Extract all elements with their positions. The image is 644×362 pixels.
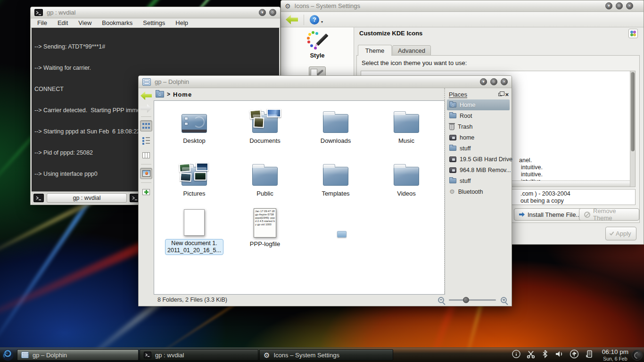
home-icon[interactable]: ⌂: [156, 91, 164, 98]
places-label: Bluetooth: [458, 189, 483, 195]
install-theme-label: Install Theme File...: [528, 211, 581, 218]
tab-advanced[interactable]: Advanced: [392, 45, 431, 56]
dolphin-icon: [21, 352, 29, 358]
dolphin-file-view[interactable]: Desktop Documents Downloads Music: [154, 100, 445, 295]
menu-help[interactable]: Help: [175, 19, 188, 26]
back-icon[interactable]: [286, 15, 298, 25]
folder-label: Videos: [371, 190, 442, 197]
split-view-button[interactable]: [140, 186, 152, 197]
chevron-down-icon[interactable]: ▾: [321, 20, 323, 24]
terminal-icon: [144, 352, 151, 358]
menu-view[interactable]: View: [78, 19, 91, 26]
clock-date: Sun, 6 Feb: [602, 355, 628, 362]
battery-icon[interactable]: [585, 349, 594, 361]
places-item-trash[interactable]: Trash: [447, 121, 510, 132]
task-system-settings[interactable]: ⚙ Icons – System Settings: [259, 349, 393, 361]
places-label: 19.5 GiB Hard Drive: [460, 156, 512, 163]
trash-icon: [449, 124, 454, 130]
folder-item-downloads[interactable]: Downloads: [300, 106, 371, 144]
scrollbar-thumb[interactable]: [631, 72, 635, 151]
zoom-slider-handle[interactable]: [463, 297, 469, 303]
menu-file[interactable]: File: [37, 19, 47, 26]
breadcrumb-home[interactable]: Home: [173, 91, 192, 98]
zoom-slider[interactable]: [449, 299, 496, 301]
remove-theme-button[interactable]: Remove Theme: [579, 208, 639, 221]
terminal-line: --> Waiting for carrier.: [34, 65, 276, 72]
panel-toolbox-cashew[interactable]: [632, 350, 643, 361]
maximize-button[interactable]: ○: [269, 9, 276, 16]
icon-view-toggle[interactable]: [628, 29, 638, 38]
details-view-button[interactable]: [140, 135, 152, 146]
places-label: Root: [460, 113, 472, 119]
places-item-removable[interactable]: 964.8 MiB Remov...: [447, 165, 510, 175]
app-launcher-icon[interactable]: [1, 349, 14, 362]
task-wvdial[interactable]: gp : wvdial: [140, 349, 258, 361]
notifications-icon[interactable]: [512, 349, 521, 361]
back-icon[interactable]: [140, 91, 152, 100]
folder-item-templates[interactable]: Templates: [300, 158, 371, 197]
volume-icon[interactable]: [554, 349, 564, 361]
places-item-root[interactable]: Root: [447, 110, 510, 121]
maximize-button[interactable]: ○: [490, 78, 497, 85]
klipper-scissors-icon[interactable]: [526, 349, 536, 361]
folder-item-music[interactable]: Music: [371, 106, 442, 144]
folder-item-pictures[interactable]: Pictures: [159, 158, 230, 197]
file-item-ppp-logfile[interactable]: Jan 17 09:47:18 gp-Aspire-5738 pppd[1946…: [230, 206, 300, 247]
icons-view-button[interactable]: [140, 120, 152, 132]
columns-view-button[interactable]: [140, 149, 152, 161]
places-item-stuff[interactable]: stuff: [447, 143, 510, 154]
menu-settings[interactable]: Settings: [143, 19, 165, 26]
terminal-titlebar[interactable]: gp : wvdial ▾ ○: [31, 7, 280, 18]
folder-item-public[interactable]: Public: [230, 158, 300, 197]
folder-icon: [323, 114, 348, 133]
settings-toolbar: ? ▾: [281, 12, 644, 27]
preview-button[interactable]: [140, 168, 152, 179]
places-item-home-partition[interactable]: home: [447, 132, 510, 143]
folder-icon: [394, 167, 419, 186]
tab-theme[interactable]: Theme: [358, 45, 392, 56]
close-panel-icon[interactable]: ×: [505, 91, 509, 98]
menu-edit[interactable]: Edit: [58, 19, 68, 26]
settings-titlebar[interactable]: ⚙ Icons – System Settings ▾ ○ ×: [281, 0, 644, 12]
detach-panel-icon[interactable]: [498, 93, 502, 96]
apply-button[interactable]: Apply: [605, 227, 636, 240]
file-item-new-document[interactable]: New document 1. 2011_01_20_16_5...: [159, 206, 230, 255]
bluetooth-icon[interactable]: [541, 349, 549, 361]
minimize-button[interactable]: ▾: [259, 9, 266, 16]
theme-description-text: .com ) - 2003-2004: [520, 190, 570, 197]
folder-item-desktop[interactable]: Desktop: [159, 106, 230, 144]
selected-file-label: New document 1. 2011_01_20_16_5...: [165, 239, 223, 255]
sidebar-item-style[interactable]: Style: [281, 27, 354, 59]
vertical-scrollbar[interactable]: [630, 71, 635, 187]
places-label: 964.8 MiB Remov...: [460, 167, 511, 173]
new-tab-button[interactable]: [33, 194, 44, 202]
install-theme-button[interactable]: Install Theme File...: [514, 208, 586, 221]
zoom-in-icon[interactable]: [501, 297, 507, 303]
dolphin-window: gp – Dolphin ▾ ○ × ⌂ > Home: [138, 75, 512, 306]
folder-item-documents[interactable]: Documents: [230, 106, 300, 144]
logfile-preview-text: Jan 17 09:47:18 gp-Aspire-5738 pppd[1946…: [255, 210, 275, 226]
places-item-stuff2[interactable]: stuff: [447, 175, 510, 186]
help-icon[interactable]: ?: [310, 15, 319, 25]
digital-clock[interactable]: 06:10 pm Sun, 6 Feb: [602, 349, 628, 362]
task-dolphin[interactable]: gp – Dolphin: [17, 349, 139, 361]
menu-bookmarks[interactable]: Bookmarks: [102, 19, 132, 26]
places-item-bluetooth[interactable]: ⚙ Bluetooth: [447, 186, 510, 197]
terminal-tab[interactable]: gp : wvdial: [47, 193, 127, 203]
toolbar-separator: [304, 15, 304, 25]
minimize-button[interactable]: ▾: [480, 78, 487, 85]
zoom-out-icon[interactable]: [438, 297, 444, 303]
usb-device-icon[interactable]: [569, 349, 579, 361]
desktop-folder-icon: [182, 114, 207, 133]
places-item-hard-drive[interactable]: 19.5 GiB Hard Drive: [447, 154, 510, 165]
folder-item-videos[interactable]: Videos: [371, 158, 442, 197]
folder-label: Documents: [230, 137, 300, 144]
forward-icon[interactable]: [140, 104, 152, 113]
dolphin-titlebar[interactable]: gp – Dolphin ▾ ○ ×: [139, 76, 512, 88]
close-button[interactable]: ×: [626, 2, 633, 9]
theme-description-text: out being a copy: [520, 197, 564, 204]
close-button[interactable]: ×: [501, 78, 508, 85]
places-item-home[interactable]: ⌂ Home: [447, 99, 510, 110]
maximize-button[interactable]: ○: [616, 2, 623, 9]
minimize-button[interactable]: ▾: [605, 2, 612, 9]
